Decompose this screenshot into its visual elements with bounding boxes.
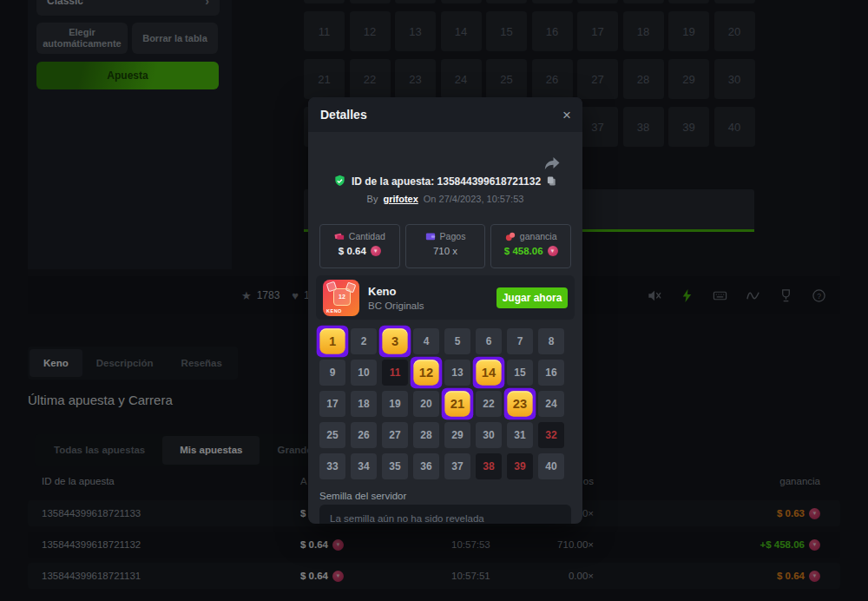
bet-author-row: By grifotex On 27/4/2023, 10:57:53 [308, 194, 582, 204]
keno-result-cell: 8 [538, 328, 564, 354]
keno-result-cell: 28 [413, 422, 439, 448]
keno-result-cell: 36 [413, 453, 439, 479]
keno-result-cell: 11 [382, 360, 408, 386]
coin-icon [371, 246, 381, 256]
wallet-icon [425, 231, 436, 241]
username-link[interactable]: grifotex [383, 194, 418, 204]
stat-ganancia: ganancia $ 458.06 [490, 224, 571, 268]
cash-icon [334, 231, 345, 241]
keno-result-cell: 26 [351, 422, 377, 448]
bet-datetime: 27/4/2023, 10:57:53 [439, 194, 524, 204]
keno-result-cell: 27 [382, 422, 408, 448]
keno-result-cell: 13 [444, 360, 470, 386]
keno-result-cell: 20 [413, 391, 439, 417]
keno-result-cell: 4 [413, 328, 439, 354]
keno-result-cell: 9 [319, 360, 345, 386]
keno-result-cell: 1 [317, 326, 349, 358]
page: Classic › Elegir automáticamente Borrar … [0, 0, 868, 601]
keno-result-cell: 32 [538, 422, 564, 448]
stat-value: $ 0.64 [339, 246, 366, 256]
keno-result-cell: 30 [476, 422, 502, 448]
keno-result-cell: 5 [444, 328, 470, 354]
thumb-word: KENO [326, 308, 342, 314]
keno-result-cell: 21 [442, 388, 474, 420]
keno-game-thumbnail: 12 KENO [323, 280, 359, 316]
stat-pagos: Pagos 710 x [405, 224, 486, 268]
shield-check-icon [333, 175, 346, 188]
keno-result-cell: 10 [351, 360, 377, 386]
keno-result-cell: 3 [379, 326, 411, 358]
keno-result-cell: 33 [319, 453, 345, 479]
bet-stats-row: Cantidad $ 0.64 Pagos 710 x ganancia $ 4… [319, 224, 571, 268]
keno-result-cell: 29 [444, 422, 470, 448]
keno-result-cell: 19 [382, 391, 408, 417]
stat-cantidad: Cantidad $ 0.64 [319, 224, 400, 268]
server-seed-label: Semilla del servidor [319, 491, 406, 501]
stat-label: ganancia [520, 231, 557, 241]
keno-result-cell: 14 [473, 357, 505, 389]
keno-result-cell: 16 [538, 360, 564, 386]
keno-result-grid: 1234567891011121314151617181920212223242… [319, 328, 564, 479]
bet-id-row: ID de la apuesta: 135844399618721132 [308, 175, 582, 188]
play-now-button[interactable]: Jugar ahora [496, 287, 568, 308]
keno-result-cell: 38 [476, 453, 502, 479]
close-icon[interactable]: × [562, 108, 571, 122]
keno-result-cell: 7 [507, 328, 533, 354]
keno-result-cell: 31 [507, 422, 533, 448]
game-card: 12 KENO Keno BC Originals Jugar ahora [316, 275, 575, 320]
keno-result-cell: 24 [538, 391, 564, 417]
game-name: Keno [368, 285, 424, 298]
copy-icon[interactable] [546, 175, 557, 187]
keno-result-cell: 2 [351, 328, 377, 354]
bet-id-text: ID de la apuesta: 135844399618721132 [352, 175, 541, 188]
keno-result-cell: 6 [476, 328, 502, 354]
stat-value: $ 458.06 [504, 246, 543, 256]
keno-result-cell: 35 [382, 453, 408, 479]
keno-result-cell: 25 [319, 422, 345, 448]
keno-result-cell: 22 [476, 391, 502, 417]
on-label: On [424, 194, 437, 204]
by-label: By [367, 194, 378, 204]
server-seed-field[interactable]: La semilla aún no ha sido revelada [319, 505, 571, 524]
keno-result-cell: 34 [351, 453, 377, 479]
keno-result-cell: 40 [538, 453, 564, 479]
coin-icon [548, 246, 558, 256]
stat-label: Pagos [440, 231, 466, 241]
share-icon[interactable] [543, 155, 560, 171]
keno-result-cell: 17 [319, 391, 345, 417]
game-provider: BC Originals [368, 300, 424, 311]
details-modal: Detalles × ID de la apuesta: 13584439961… [308, 97, 582, 524]
keno-result-cell: 39 [507, 453, 533, 479]
keno-result-cell: 15 [507, 360, 533, 386]
keno-result-cell: 12 [411, 357, 443, 389]
stat-value: 710 x [433, 246, 457, 256]
modal-title: Detalles [320, 108, 367, 122]
modal-header: Detalles × [308, 97, 582, 132]
coins-icon [505, 231, 516, 241]
keno-result-cell: 18 [351, 391, 377, 417]
stat-label: Cantidad [349, 231, 385, 241]
thumb-number: 12 [333, 288, 351, 306]
keno-result-cell: 37 [444, 453, 470, 479]
keno-result-cell: 23 [504, 388, 536, 420]
